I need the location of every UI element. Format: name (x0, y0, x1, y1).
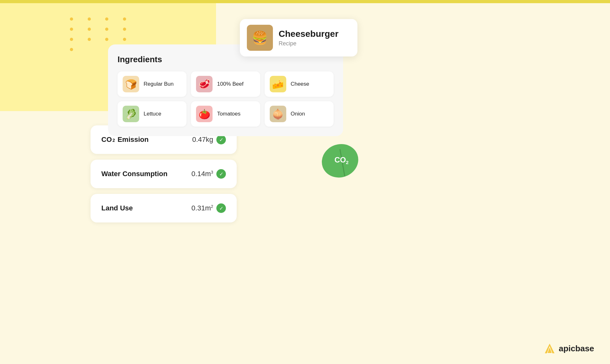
tomato-icon: 🍅 (196, 106, 213, 122)
ingredient-onion: 🧅 Onion (265, 101, 334, 127)
top-bar (0, 0, 610, 3)
apicbase-icon (544, 342, 556, 354)
apicbase-logo: apicbase (544, 342, 594, 354)
recipe-info: Cheeseburger Recipe (279, 29, 338, 47)
ingredient-tomatoes: 🍅 Tomatoes (191, 101, 260, 127)
ingredient-name: Tomatoes (217, 111, 241, 117)
recipe-card: 🍔 Cheeseburger Recipe (240, 19, 357, 56)
recipe-image: 🍔 (247, 25, 273, 51)
water-consumption-label: Water Consumption (101, 170, 167, 178)
ingredient-cheese: 🧀 Cheese (265, 71, 334, 97)
co2-emission-value-row: 0.47kg ✓ (192, 135, 226, 144)
co2-leaf-text: CO2 (335, 156, 349, 165)
ingredient-name: Onion (291, 111, 305, 117)
land-use-label: Land Use (101, 204, 133, 212)
co2-leaf-decoration: CO2 (321, 140, 362, 181)
land-use-value: 0.31m2 (192, 204, 213, 212)
land-use-check-badge: ✓ (216, 203, 226, 213)
ingredient-name: Regular Bun (144, 81, 174, 87)
co2-check-badge: ✓ (216, 135, 226, 144)
apicbase-name: apicbase (559, 344, 594, 354)
land-use-value-row: 0.31m2 ✓ (192, 203, 226, 213)
co2-emission-value: 0.47kg (192, 136, 213, 144)
ingredient-name: Cheese (291, 81, 309, 87)
ingredient-regular-bun: 🍞 Regular Bun (118, 71, 186, 97)
water-consumption-card: Water Consumption 0.14m3 ✓ (91, 160, 237, 188)
ingredients-grid: 🍞 Regular Bun 🥩 100% Beef 🧀 Cheese 🥬 Let… (118, 71, 334, 127)
metrics-area: CO2 Emission 0.47kg ✓ Water Consumption … (91, 125, 237, 222)
onion-icon: 🧅 (270, 106, 286, 122)
water-consumption-value-row: 0.14m3 ✓ (192, 169, 226, 179)
ingredient-lettuce: 🥬 Lettuce (118, 101, 186, 127)
lettuce-icon: 🥬 (123, 106, 139, 122)
ingredient-name: 100% Beef (217, 81, 243, 87)
ingredients-card: Ingredients 🍞 Regular Bun 🥩 100% Beef 🧀 … (108, 44, 343, 136)
land-use-card: Land Use 0.31m2 ✓ (91, 194, 237, 222)
cheese-icon: 🧀 (270, 76, 286, 92)
svg-marker-2 (545, 344, 554, 353)
beef-icon: 🥩 (196, 76, 213, 92)
ingredient-beef: 🥩 100% Beef (191, 71, 260, 97)
recipe-subtitle: Recipe (279, 40, 338, 47)
co2-emission-label: CO2 Emission (101, 136, 149, 144)
bun-icon: 🍞 (123, 76, 139, 92)
water-consumption-value: 0.14m3 (192, 170, 213, 178)
water-check-badge: ✓ (216, 169, 226, 179)
ingredient-name: Lettuce (144, 111, 161, 117)
recipe-title: Cheeseburger (279, 29, 338, 39)
